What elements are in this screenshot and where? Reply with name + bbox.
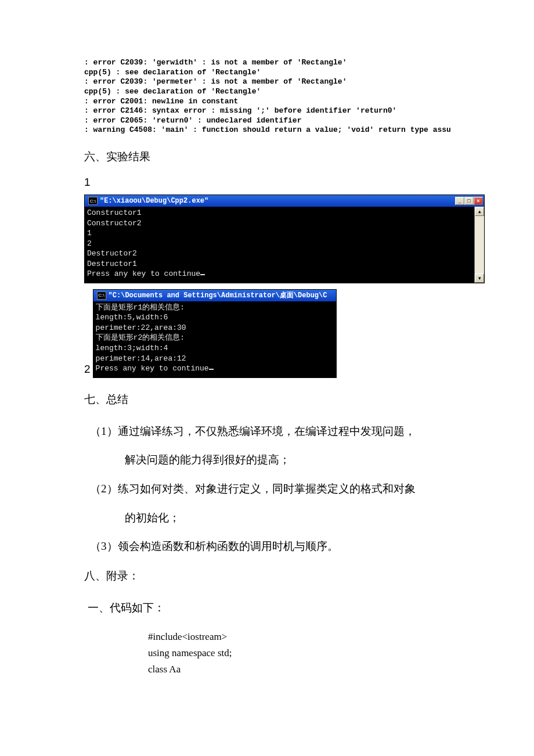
- console-window-2: C:\ "C:\Documents and Settings\Administr…: [93, 289, 337, 378]
- compiler-line: : error C2039: 'gerwidth' : is not a mem…: [84, 58, 347, 67]
- console-line: Destructor1: [87, 260, 137, 268]
- console-output: Constructor1 Constructor2 1 2 Destructor…: [85, 207, 474, 283]
- console-line: 下面是矩形r1的相关信息:: [96, 303, 185, 312]
- result-number-1: 1: [84, 176, 459, 189]
- cursor-icon: [200, 274, 205, 275]
- console-line: perimeter:14,area:12: [96, 354, 186, 363]
- section-heading-seven: 七、总结: [84, 392, 459, 407]
- code-line: class Aa: [148, 661, 459, 678]
- console-line: perimeter:22,area:30: [96, 323, 186, 332]
- console-line: 下面是矩形r2的相关信息:: [96, 333, 185, 342]
- compiler-line: : error C2001: newline in constant: [84, 97, 238, 106]
- code-snippet: #include<iostream> using namespace std; …: [148, 629, 459, 678]
- compiler-line: cpp(5) : see declaration of 'Rectangle': [84, 68, 261, 77]
- close-button[interactable]: ×: [474, 197, 483, 205]
- console-output: 下面是矩形r1的相关信息: length:5,width:6 perimeter…: [93, 301, 336, 377]
- scroll-down-button[interactable]: ▾: [475, 273, 484, 283]
- summary-item-2b: 的初始化；: [84, 505, 459, 531]
- compiler-line: : error C2039: 'permeter' : is not a mem…: [84, 77, 347, 86]
- summary-item-1: （1）通过编译练习，不仅熟悉编译环境，在编译过程中发现问题，: [84, 419, 459, 444]
- minimize-button[interactable]: _: [455, 197, 464, 205]
- section-heading-eight: 八、附录：: [84, 568, 459, 584]
- console-line: 2: [87, 239, 92, 248]
- scroll-track[interactable]: [475, 216, 484, 273]
- console-line: Constructor1: [87, 208, 142, 217]
- window-title: "C:\Documents and Settings\Administrator…: [109, 290, 327, 300]
- cursor-icon: [209, 369, 214, 370]
- compiler-line: : warning C4508: 'main' : function shoul…: [84, 125, 451, 134]
- maximize-button[interactable]: □: [464, 197, 474, 205]
- titlebar: C:\ "E:\xiaoou\Debug\Cpp2.exe" _ □ ×: [85, 195, 484, 207]
- code-line: using namespace std;: [148, 645, 459, 661]
- console-line: length:5,width:6: [96, 313, 168, 322]
- code-line: #include<iostream>: [148, 629, 459, 645]
- scroll-up-button[interactable]: ▴: [475, 207, 484, 216]
- compiler-line: cpp(5) : see declaration of 'Rectangle': [84, 87, 261, 96]
- titlebar: C:\ "C:\Documents and Settings\Administr…: [93, 290, 336, 301]
- scrollbar-vertical[interactable]: ▴ ▾: [474, 207, 484, 283]
- compiler-line: : error C2146: syntax error : missing ';…: [84, 106, 396, 115]
- cmd-icon: C:\: [97, 291, 106, 300]
- section-heading-six: 六、实验结果: [84, 149, 459, 164]
- cmd-icon: C:\: [88, 197, 98, 205]
- console-line: 1: [87, 229, 92, 237]
- summary-item-2: （2）练习如何对类、对象进行定义，同时掌握类定义的格式和对象: [84, 476, 459, 502]
- console-line: Press any key to continue: [87, 269, 200, 278]
- summary-item-1b: 解决问题的能力得到很好的提高；: [84, 447, 459, 473]
- console-line: Destructor2: [87, 249, 137, 258]
- compiler-line: : error C2065: 'return0' : undeclared id…: [84, 116, 301, 125]
- console-line: Constructor2: [87, 219, 142, 228]
- appendix-sub-heading: 一、代码如下：: [88, 595, 459, 621]
- console-line: Press any key to continue: [96, 364, 209, 373]
- window-title: "E:\xiaoou\Debug\Cpp2.exe": [100, 197, 208, 205]
- console-line: length:3;width:4: [96, 344, 168, 352]
- console-window-1: C:\ "E:\xiaoou\Debug\Cpp2.exe" _ □ × Con…: [84, 195, 485, 283]
- summary-item-3: （3）领会构造函数和析构函数的调用时机与顺序。: [84, 534, 459, 559]
- compiler-error-list: : error C2039: 'gerwidth' : is not a mem…: [84, 58, 459, 135]
- result-number-2: 2: [84, 363, 91, 376]
